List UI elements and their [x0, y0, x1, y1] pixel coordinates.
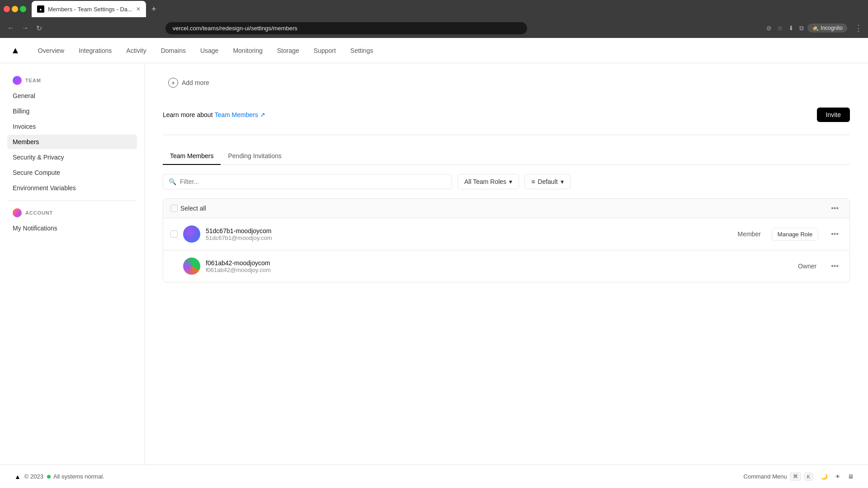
- table-row: f061ab42-moodjoycom f061ab42@moodjoy.com…: [163, 250, 849, 282]
- select-all-checkbox[interactable]: [170, 205, 178, 212]
- tab-title: Members - Team Settings - Da...: [48, 6, 132, 13]
- forward-btn[interactable]: →: [20, 22, 31, 34]
- moon-icon[interactable]: 🌙: [821, 473, 828, 480]
- sidebar-item-invoices[interactable]: Invoices: [7, 119, 137, 134]
- address-bar-row: ← → ↻ vercel.com/teams/redesign-ui/setti…: [0, 18, 868, 38]
- sidebar: TEAM General Billing Invoices Members Se…: [0, 63, 145, 465]
- main-layout: TEAM General Billing Invoices Members Se…: [0, 63, 868, 465]
- nav-integrations[interactable]: Integrations: [79, 45, 112, 56]
- hidden-icon: ⊘: [766, 24, 772, 32]
- extension-icons: ⊘ ☆ ⬇ ⧉: [766, 24, 804, 32]
- window-min-btn[interactable]: [12, 6, 18, 12]
- reload-btn[interactable]: ↻: [34, 22, 44, 34]
- nav-domains[interactable]: Domains: [161, 45, 186, 56]
- systems-status: All systems normal.: [53, 473, 104, 480]
- nav-settings[interactable]: Settings: [350, 45, 373, 56]
- members-list-header: Select all •••: [163, 199, 849, 218]
- nav-storage[interactable]: Storage: [277, 45, 299, 56]
- all-roles-dropdown[interactable]: All Team Roles ▾: [458, 174, 519, 189]
- member-checkbox-1[interactable]: [170, 230, 178, 238]
- add-more-label: Add more: [182, 79, 209, 86]
- kbd-k: K: [804, 473, 813, 481]
- monitor-icon[interactable]: 🖥: [848, 473, 854, 480]
- member-name-1: 51dc67b1-moodjoycom: [206, 227, 732, 235]
- nav-monitoring[interactable]: Monitoring: [233, 45, 262, 56]
- team-section-label: TEAM: [7, 74, 137, 87]
- member-role-1: Member: [738, 230, 761, 238]
- sidebar-item-secure-compute[interactable]: Secure Compute: [7, 165, 137, 180]
- manage-role-btn[interactable]: Manage Role: [772, 228, 818, 241]
- member-more-btn-1[interactable]: •••: [827, 228, 842, 240]
- invite-btn[interactable]: Invite: [817, 108, 850, 122]
- add-more-btn[interactable]: + Add more: [163, 74, 215, 91]
- member-email-1: 51dc67b1@moodjoy.com: [206, 235, 732, 241]
- learn-more-text: Learn more about Team Members ↗: [163, 111, 265, 118]
- new-tab-btn[interactable]: +: [148, 3, 160, 16]
- default-dropdown[interactable]: ≡ Default ▾: [524, 174, 571, 189]
- tab-favicon: [37, 5, 44, 13]
- sidebar-item-env-vars[interactable]: Environment Variables: [7, 181, 137, 195]
- external-link-icon: ↗: [260, 111, 265, 118]
- sidebar-divider: [7, 201, 137, 201]
- command-menu[interactable]: Command Menu ⌘ K: [744, 472, 813, 481]
- menu-dots[interactable]: ⋮: [854, 23, 863, 33]
- systems-badge: All systems normal.: [47, 473, 104, 480]
- split-icon[interactable]: ⧉: [799, 24, 804, 32]
- address-bar[interactable]: vercel.com/teams/redesign-ui/settings/me…: [165, 22, 527, 34]
- filter-input[interactable]: [180, 178, 446, 185]
- star-icon[interactable]: ☆: [777, 24, 783, 32]
- header-more-btn[interactable]: •••: [827, 202, 842, 214]
- avatar: [183, 258, 200, 275]
- nav-usage[interactable]: Usage: [200, 45, 218, 56]
- learn-more-bar: Learn more about Team Members ↗ Invite: [163, 99, 850, 135]
- account-avatar: [13, 208, 22, 217]
- nav-support[interactable]: Support: [314, 45, 336, 56]
- incognito-label: Incognito: [821, 25, 843, 31]
- table-row: 51dc67b1-moodjoycom 51dc67b1@moodjoy.com…: [163, 218, 849, 250]
- window-max-btn[interactable]: [20, 6, 26, 12]
- member-info-2: f061ab42-moodjoycom f061ab42@moodjoy.com: [206, 259, 793, 273]
- select-all-label: Select all: [180, 205, 206, 212]
- member-info-1: 51dc67b1-moodjoycom 51dc67b1@moodjoy.com: [206, 227, 732, 241]
- window-close-btn[interactable]: [4, 6, 10, 12]
- app: ▲ Overview Integrations Activity Domains…: [0, 38, 868, 488]
- sidebar-item-members[interactable]: Members: [7, 135, 137, 149]
- all-roles-label: All Team Roles: [464, 178, 506, 185]
- account-section-label: ACCOUNT: [7, 206, 137, 219]
- tab-pending-invitations[interactable]: Pending Invitations: [221, 148, 288, 165]
- back-btn[interactable]: ←: [5, 22, 16, 34]
- nav-overview[interactable]: Overview: [38, 45, 64, 56]
- incognito-badge: 🕵 Incognito: [807, 23, 847, 33]
- sun-icon[interactable]: ☀: [835, 473, 840, 480]
- tab-bar: Members - Team Settings - Da... ✕ +: [0, 0, 868, 18]
- chevron-down-icon-2: ▾: [561, 178, 564, 185]
- top-nav: ▲ Overview Integrations Activity Domains…: [0, 38, 868, 63]
- member-more-btn-2[interactable]: •••: [827, 260, 842, 272]
- tab-team-members[interactable]: Team Members: [163, 148, 221, 165]
- filter-row: 🔍 All Team Roles ▾ ≡ Default ▾: [163, 174, 850, 189]
- footer: ▲ © 2023 All systems normal. Command Men…: [0, 465, 868, 488]
- members-list: Select all ••• 51dc67b1-moodjoycom 51dc6…: [163, 198, 850, 282]
- default-label: Default: [538, 178, 557, 185]
- download-icon[interactable]: ⬇: [788, 24, 794, 32]
- sidebar-item-general[interactable]: General: [7, 89, 137, 103]
- sidebar-item-billing[interactable]: Billing: [7, 104, 137, 118]
- team-members-link[interactable]: Team Members ↗: [214, 111, 265, 118]
- tabs-row: Team Members Pending Invitations: [163, 148, 850, 165]
- select-all-area[interactable]: Select all: [170, 205, 206, 212]
- kbd-cmd: ⌘: [790, 472, 801, 481]
- search-icon: 🔍: [169, 178, 176, 185]
- command-menu-label: Command Menu: [744, 473, 787, 480]
- filter-search[interactable]: 🔍: [163, 174, 452, 189]
- tab-close-btn[interactable]: ✕: [136, 6, 141, 12]
- footer-left: ▲ © 2023 All systems normal.: [14, 473, 104, 480]
- member-email-2: f061ab42@moodjoy.com: [206, 267, 793, 273]
- nav-activity[interactable]: Activity: [126, 45, 146, 56]
- sidebar-item-notifications[interactable]: My Notifications: [7, 221, 137, 235]
- logo: ▲: [11, 45, 20, 56]
- member-role-2: Owner: [798, 263, 816, 270]
- browser-tab[interactable]: Members - Team Settings - Da... ✕: [32, 1, 146, 17]
- sort-icon: ≡: [531, 178, 535, 185]
- learn-more-prefix: Learn more about: [163, 111, 214, 118]
- sidebar-item-security[interactable]: Security & Privacy: [7, 150, 137, 164]
